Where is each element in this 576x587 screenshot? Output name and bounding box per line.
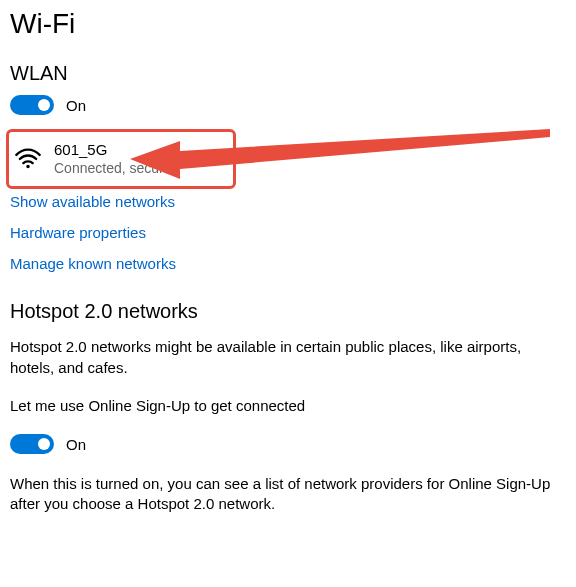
- hotspot-note: When this is turned on, you can see a li…: [10, 474, 566, 515]
- wifi-network-name: 601_5G: [54, 141, 179, 160]
- wifi-network-item-container: 601_5G Connected, secured: [10, 135, 566, 183]
- hotspot-header: Hotspot 2.0 networks: [10, 300, 566, 323]
- wlan-toggle-label: On: [66, 97, 86, 114]
- wifi-network-text: 601_5G Connected, secured: [54, 141, 179, 177]
- wifi-signal-icon: [14, 145, 42, 173]
- hotspot-toggle-label: On: [66, 436, 86, 453]
- hotspot-toggle-row: On: [10, 434, 566, 454]
- hotspot-section: Hotspot 2.0 networks Hotspot 2.0 network…: [10, 300, 566, 514]
- page-title: Wi-Fi: [10, 8, 566, 40]
- wlan-header: WLAN: [10, 62, 566, 85]
- hotspot-toggle-switch[interactable]: [10, 434, 54, 454]
- wlan-toggle-row: On: [10, 95, 566, 115]
- show-available-networks-link[interactable]: Show available networks: [10, 193, 566, 210]
- wifi-network-item[interactable]: 601_5G Connected, secured: [10, 135, 566, 183]
- wlan-toggle-switch[interactable]: [10, 95, 54, 115]
- manage-known-networks-link[interactable]: Manage known networks: [10, 255, 566, 272]
- hardware-properties-link[interactable]: Hardware properties: [10, 224, 566, 241]
- wifi-network-status: Connected, secured: [54, 160, 179, 178]
- hotspot-toggle-title: Let me use Online Sign-Up to get connect…: [10, 396, 566, 416]
- hotspot-description: Hotspot 2.0 networks might be available …: [10, 337, 566, 378]
